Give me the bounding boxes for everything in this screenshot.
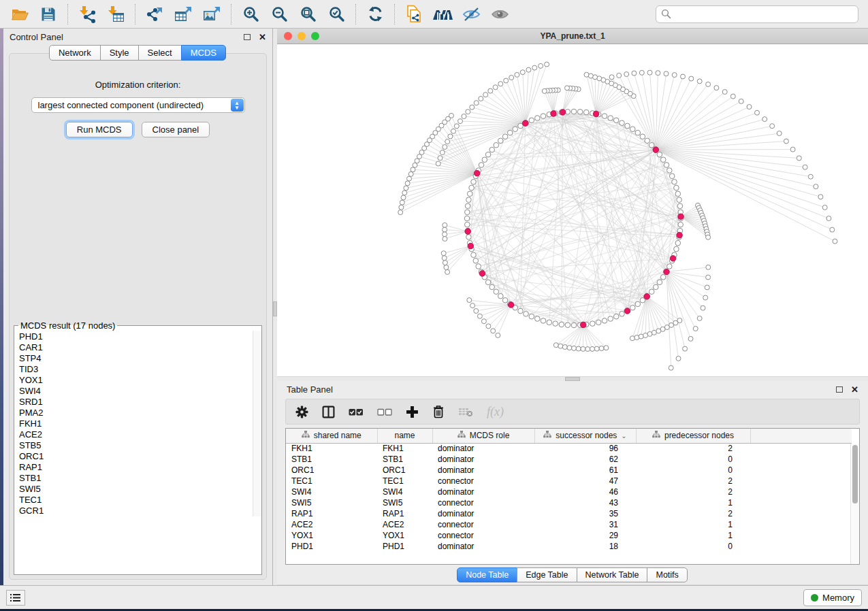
mcds-hub-node[interactable] (474, 170, 480, 176)
show-all-eye-icon[interactable] (485, 2, 514, 27)
satellite-node[interactable] (739, 99, 743, 103)
satellite-node[interactable] (470, 105, 475, 110)
satellite-node[interactable] (585, 347, 590, 352)
cell-name[interactable]: ACE2 (377, 519, 432, 530)
satellite-node[interactable] (706, 265, 711, 269)
satellite-node[interactable] (706, 275, 711, 280)
satellite-node[interactable] (408, 171, 413, 176)
ring-node[interactable] (674, 246, 679, 252)
mcds-hub-node[interactable] (593, 111, 599, 117)
satellite-node[interactable] (458, 119, 463, 124)
ring-node[interactable] (678, 222, 684, 227)
satellite-node[interactable] (590, 346, 595, 351)
satellite-node[interactable] (400, 200, 404, 205)
cell-successor-nodes[interactable]: 61 (534, 465, 636, 476)
satellite-node[interactable] (443, 237, 447, 242)
tab-motifs[interactable]: Motifs (647, 567, 687, 582)
cell-successor-nodes[interactable]: 96 (534, 443, 636, 454)
ring-node[interactable] (467, 191, 472, 197)
cell-name[interactable]: TEC1 (377, 476, 432, 486)
satellite-node[interactable] (576, 346, 581, 351)
satellite-node[interactable] (539, 63, 543, 68)
column-header-predecessor-nodes[interactable]: predecessor nodes (636, 429, 750, 443)
ring-node[interactable] (547, 320, 552, 325)
export-image-icon[interactable] (197, 2, 226, 27)
satellite-node[interactable] (647, 70, 652, 75)
ring-node[interactable] (518, 308, 524, 314)
satellite-node[interactable] (445, 139, 450, 144)
satellite-node[interactable] (454, 124, 459, 129)
satellite-node[interactable] (714, 86, 719, 90)
cell-name[interactable]: RAP1 (377, 508, 432, 519)
satellite-node[interactable] (474, 309, 479, 314)
cell-MCDS-role[interactable]: connector (432, 476, 534, 486)
tab-mcds[interactable]: MCDS (181, 45, 226, 61)
cell-name[interactable]: ORC1 (377, 465, 432, 476)
ring-node[interactable] (608, 316, 613, 322)
satellite-node[interactable] (697, 79, 702, 84)
mcds-hub-node[interactable] (653, 147, 659, 153)
satellite-node[interactable] (797, 156, 801, 161)
column-header-MCDS-role[interactable]: MCDS role (432, 429, 534, 443)
ring-node[interactable] (630, 127, 636, 132)
satellite-node[interactable] (664, 71, 669, 76)
satellite-node[interactable] (676, 356, 681, 361)
mcds-result-item[interactable]: STB5 (19, 440, 261, 451)
ring-node[interactable] (583, 110, 589, 115)
cell-MCDS-role[interactable]: dominator (432, 508, 534, 519)
ring-node[interactable] (677, 197, 682, 203)
cell-shared-name[interactable]: SWI4 (286, 486, 377, 497)
ring-node[interactable] (635, 301, 641, 307)
mcds-hub-node[interactable] (508, 302, 514, 308)
ring-node[interactable] (571, 109, 577, 114)
ring-node[interactable] (672, 180, 677, 185)
tab-network[interactable]: Network (49, 45, 101, 61)
import-network-icon[interactable] (73, 2, 101, 27)
satellite-node[interactable] (755, 110, 760, 115)
satellite-node[interactable] (730, 94, 735, 99)
mcds-result-scrollbar[interactable] (253, 331, 261, 516)
select-all-icon[interactable] (349, 408, 364, 416)
satellite-node[interactable] (526, 67, 531, 72)
mcds-hub-node[interactable] (670, 256, 676, 262)
ring-node[interactable] (657, 152, 662, 157)
mcds-hub-node[interactable] (468, 243, 474, 249)
satellite-node[interactable] (803, 165, 807, 169)
column-selector-icon[interactable] (322, 406, 335, 418)
close-panel-icon[interactable]: ✕ (259, 33, 266, 42)
satellite-node[interactable] (443, 261, 447, 265)
satellite-node[interactable] (438, 156, 443, 161)
cell-predecessor-nodes[interactable]: 2 (636, 508, 750, 519)
satellite-node[interactable] (632, 71, 637, 76)
ring-node[interactable] (502, 298, 508, 303)
cell-successor-nodes[interactable]: 62 (534, 454, 636, 465)
table-row[interactable]: RAP1RAP1dominator352 (286, 508, 852, 519)
table-scrollbar[interactable] (850, 444, 859, 564)
cell-successor-nodes[interactable]: 31 (534, 519, 636, 530)
cell-successor-nodes[interactable]: 35 (534, 508, 636, 519)
ring-node[interactable] (465, 222, 470, 227)
float-panel-icon[interactable] (836, 386, 843, 393)
ring-node[interactable] (502, 134, 508, 139)
add-column-icon[interactable] (406, 406, 419, 418)
cell-MCDS-role[interactable]: dominator (432, 443, 534, 454)
satellite-node[interactable] (401, 195, 406, 200)
satellite-node[interactable] (481, 319, 486, 324)
mcds-result-item[interactable]: GCR1 (19, 506, 261, 516)
satellite-node[interactable] (532, 65, 537, 70)
ring-node[interactable] (524, 312, 529, 317)
mcds-result-item[interactable]: RAP1 (19, 462, 261, 473)
tab-node-table[interactable]: Node Table (457, 567, 517, 582)
cell-predecessor-nodes[interactable]: 1 (636, 497, 750, 508)
ring-node[interactable] (498, 293, 504, 299)
cell-predecessor-nodes[interactable]: 0 (636, 465, 750, 476)
satellite-node[interactable] (826, 216, 831, 221)
cell-successor-nodes[interactable]: 46 (534, 486, 636, 497)
table-row[interactable]: FKH1FKH1dominator962 (286, 443, 852, 454)
mcds-hub-node[interactable] (580, 322, 586, 328)
mcds-hub-node[interactable] (664, 269, 670, 275)
satellite-node[interactable] (415, 159, 419, 163)
ring-node[interactable] (485, 152, 491, 157)
ring-node[interactable] (613, 118, 619, 123)
cell-shared-name[interactable]: RAP1 (286, 508, 377, 519)
